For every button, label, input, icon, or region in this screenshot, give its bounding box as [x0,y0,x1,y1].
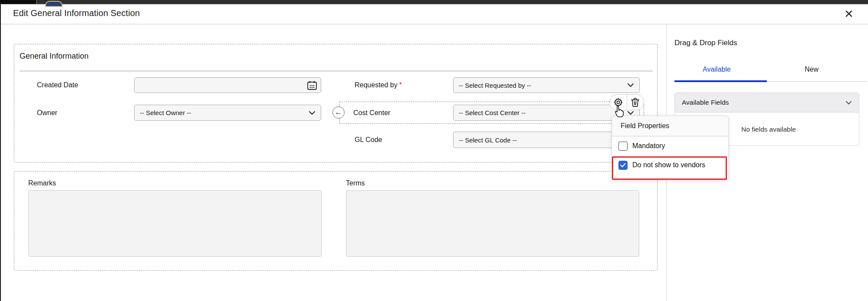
owner-label: Owner [37,109,57,117]
active-tab-indicator [674,80,767,82]
section-title-divider [20,71,653,71]
checkmark-icon [620,163,626,168]
do-not-show-option-row[interactable]: Do not show to vendors [612,155,728,175]
field-properties-popup: Field Properties Mandatory Do not show t… [612,116,729,180]
created-date-label: Created Date [37,81,78,89]
modal-title: Edit General Information Section [13,8,140,18]
cost-center-value: -- Select Cost Center -- [459,109,627,116]
close-icon[interactable]: ✕ [841,6,857,22]
cost-center-label: Cost Center [353,109,390,117]
owner-value: -- Select Owner -- [140,109,309,116]
section-title: General Information [20,52,89,61]
panel-heading: Drag & Drop Fields [674,39,737,47]
mandatory-label: Mandatory [632,142,665,150]
tab-available[interactable]: Available [703,66,731,73]
created-date-input[interactable] [134,77,321,93]
background-avatar-peek [45,1,62,7]
gl-code-value: -- Select GL Code -- [459,136,634,144]
move-left-icon[interactable]: ← [332,106,345,119]
modal-header: Edit General Information Section ✕ [1,4,868,24]
available-fields-accordion[interactable]: Available Fields [674,93,859,112]
available-fields-label: Available Fields [682,99,729,106]
calendar-icon[interactable] [306,80,318,91]
chevron-down-icon [627,82,634,89]
requested-by-select[interactable]: -- Select Requested by -- [453,77,640,93]
chevron-down-icon [845,99,852,106]
mouse-hand-cursor [613,105,625,118]
trash-icon [631,97,640,107]
requested-by-value: -- Select Requested by -- [459,82,627,89]
mandatory-option-row[interactable]: Mandatory [612,136,728,155]
no-fields-message: No fields available [741,126,796,133]
popup-title: Field Properties [612,116,728,136]
edit-section-modal: Edit General Information Section ✕ Gener… [0,4,868,301]
do-not-show-checkbox[interactable] [618,161,628,170]
requested-by-label: Requested by* [355,81,402,89]
terms-textarea[interactable] [346,190,639,257]
gl-code-label: GL Code [355,136,382,144]
background-page-strip [0,0,868,4]
mandatory-checkbox[interactable] [618,142,628,151]
tab-new[interactable]: New [805,66,819,73]
terms-label: Terms [346,179,365,187]
owner-select[interactable]: -- Select Owner -- [134,105,321,121]
remarks-textarea[interactable] [28,190,322,257]
field-delete-button[interactable] [627,95,644,110]
required-asterisk: * [399,81,402,89]
do-not-show-label: Do not show to vendors [632,161,705,169]
chevron-down-icon [309,109,316,116]
background-block [0,0,37,4]
remarks-label: Remarks [28,179,56,187]
